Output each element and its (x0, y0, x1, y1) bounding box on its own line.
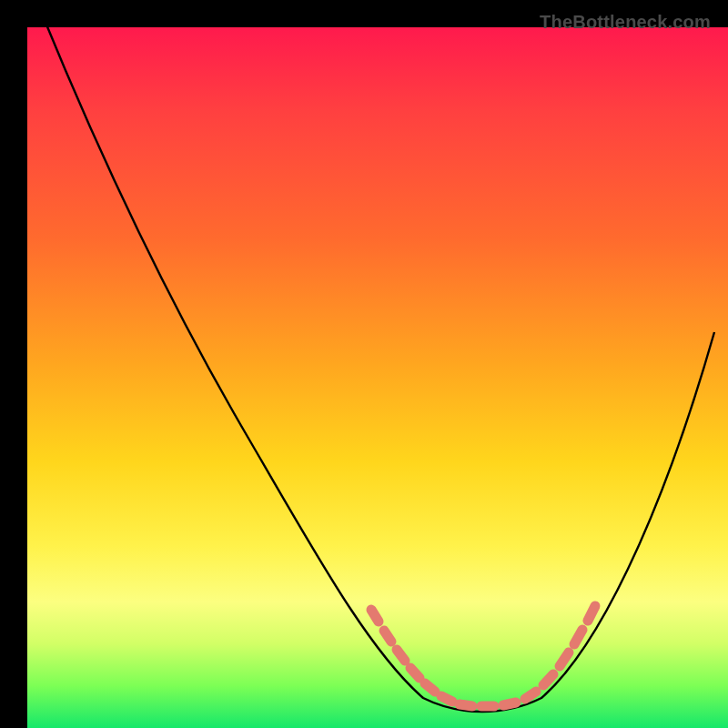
svg-line-11 (560, 652, 569, 666)
svg-line-5 (441, 696, 452, 702)
svg-line-13 (588, 606, 595, 621)
svg-line-1 (384, 631, 391, 642)
svg-line-8 (503, 703, 516, 705)
svg-line-12 (574, 630, 582, 644)
svg-line-3 (410, 668, 420, 678)
chart-frame: TheBottleneck.com (14, 14, 714, 714)
marker-group (371, 606, 595, 706)
svg-line-4 (425, 683, 435, 692)
svg-line-6 (460, 704, 472, 706)
svg-line-0 (371, 610, 379, 622)
svg-line-10 (543, 674, 553, 685)
chart-svg (14, 14, 714, 714)
bottleneck-curve (42, 14, 714, 712)
svg-line-2 (397, 650, 405, 661)
watermark-text: TheBottleneck.com (540, 12, 711, 33)
svg-line-9 (525, 692, 536, 699)
